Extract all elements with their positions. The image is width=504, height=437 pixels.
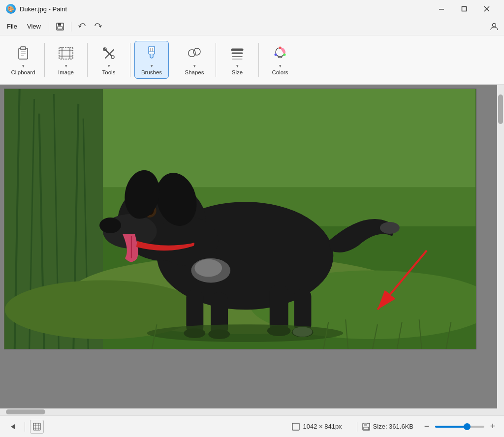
- zoom-plus-button[interactable]: +: [487, 421, 498, 432]
- svg-rect-13: [59, 47, 73, 59]
- image-icon: [57, 44, 75, 62]
- svg-point-72: [147, 324, 343, 342]
- svg-marker-82: [11, 424, 15, 429]
- horizontal-scrollbar[interactable]: [0, 408, 504, 415]
- toolbar: ▾ Clipboard ▾ Image ▾ T: [0, 35, 504, 85]
- dimensions-icon: [292, 423, 300, 431]
- svg-point-33: [279, 47, 282, 49]
- window-controls: [430, 1, 498, 17]
- status-back-button[interactable]: [6, 420, 20, 434]
- divider-6: [258, 43, 259, 77]
- svg-point-34: [284, 54, 286, 56]
- size-chevron: ▾: [236, 63, 239, 68]
- svg-rect-88: [292, 423, 299, 430]
- colors-chevron: ▾: [279, 63, 282, 68]
- size-group[interactable]: ▾ Size: [220, 41, 254, 78]
- dimensions-display: 1042 × 841px: [292, 423, 342, 431]
- title-bar: 🎨 Duker.jpg - Paint: [0, 0, 504, 18]
- close-button[interactable]: [475, 1, 498, 17]
- divider-1: [44, 43, 45, 77]
- divider-5: [216, 43, 216, 77]
- file-size-text: Size: 361.6KB: [373, 423, 413, 430]
- status-bar: 1042 × 841px Size: 361.6KB − +: [0, 415, 504, 437]
- brushes-chevron: ▾: [151, 63, 153, 68]
- image-label: Image: [58, 69, 74, 75]
- menu-bar: File View: [0, 18, 504, 35]
- brushes-icon: [143, 44, 160, 62]
- zoom-slider-thumb[interactable]: [464, 423, 471, 430]
- clipboard-group[interactable]: ▾ Clipboard: [6, 41, 40, 78]
- canvas-scroll-area[interactable]: [0, 85, 497, 408]
- tools-chevron: ▾: [108, 63, 110, 68]
- floppy-icon: [362, 423, 370, 431]
- file-size-display: Size: 361.6KB: [362, 423, 413, 431]
- svg-point-71: [380, 222, 400, 234]
- svg-rect-0: [439, 9, 444, 10]
- shapes-chevron: ▾: [193, 63, 196, 68]
- svg-rect-9: [21, 47, 26, 50]
- maximize-button[interactable]: [453, 1, 475, 17]
- svg-rect-91: [364, 427, 369, 430]
- undo-button[interactable]: [74, 19, 90, 34]
- view-menu[interactable]: View: [22, 21, 46, 32]
- svg-rect-5: [58, 23, 61, 26]
- svg-point-53: [99, 218, 121, 233]
- menu-separator-1: [49, 22, 49, 31]
- svg-rect-26: [189, 50, 195, 57]
- status-select-button[interactable]: [30, 420, 44, 434]
- size-label: Size: [232, 69, 243, 75]
- shapes-icon: [186, 44, 203, 62]
- clipboard-chevron: ▾: [22, 63, 25, 68]
- clipboard-label: Clipboard: [11, 69, 35, 75]
- vertical-scroll-thumb[interactable]: [498, 94, 503, 124]
- status-sep-1: [25, 422, 25, 432]
- svg-rect-90: [364, 423, 367, 426]
- svg-point-7: [493, 23, 496, 27]
- colors-group[interactable]: ▾ Colors: [263, 41, 297, 78]
- svg-rect-22: [149, 46, 155, 54]
- redo-button[interactable]: [90, 19, 106, 34]
- brushes-group[interactable]: ▾ Brushes: [134, 41, 169, 79]
- shapes-group[interactable]: ▾ Shapes: [177, 41, 212, 78]
- account-button[interactable]: [486, 19, 502, 34]
- zoom-controls: − +: [421, 421, 498, 432]
- app-icon: 🎨: [6, 4, 16, 14]
- svg-rect-6: [58, 27, 63, 29]
- shapes-label: Shapes: [185, 69, 204, 75]
- canvas-wrapper: [0, 85, 497, 408]
- tools-icon: [100, 44, 118, 62]
- svg-rect-1: [462, 7, 467, 11]
- menu-separator-2: [71, 22, 71, 31]
- zoom-slider-fill: [435, 426, 467, 428]
- svg-line-18: [104, 48, 111, 56]
- brushes-label: Brushes: [141, 69, 162, 75]
- vertical-scrollbar[interactable]: [497, 85, 504, 408]
- window-title: Duker.jpg - Paint: [20, 5, 430, 13]
- file-menu[interactable]: File: [2, 21, 22, 32]
- save-button[interactable]: [52, 19, 68, 34]
- svg-point-27: [193, 48, 200, 55]
- svg-point-35: [275, 54, 277, 56]
- canvas-image[interactable]: [4, 89, 476, 349]
- canvas-container: [0, 85, 504, 408]
- status-sep-2: [357, 422, 357, 432]
- zoom-slider-track[interactable]: [435, 426, 484, 428]
- minimize-button[interactable]: [430, 1, 453, 17]
- svg-rect-83: [33, 423, 40, 430]
- tools-group[interactable]: ▾ Tools: [92, 41, 126, 78]
- tools-label: Tools: [102, 69, 116, 75]
- clipboard-icon: [14, 44, 32, 62]
- size-icon: [228, 44, 246, 62]
- divider-4: [173, 43, 173, 77]
- dimensions-text: 1042 × 841px: [303, 423, 342, 430]
- svg-point-21: [111, 56, 114, 59]
- colors-icon: [271, 44, 289, 62]
- horizontal-scroll-thumb[interactable]: [6, 409, 45, 414]
- svg-point-61: [194, 259, 222, 277]
- zoom-minus-button[interactable]: −: [421, 421, 432, 432]
- image-chevron: ▾: [65, 63, 67, 68]
- image-group[interactable]: ▾ Image: [49, 41, 83, 78]
- divider-2: [87, 43, 88, 77]
- divider-3: [130, 43, 130, 77]
- colors-label: Colors: [272, 69, 288, 75]
